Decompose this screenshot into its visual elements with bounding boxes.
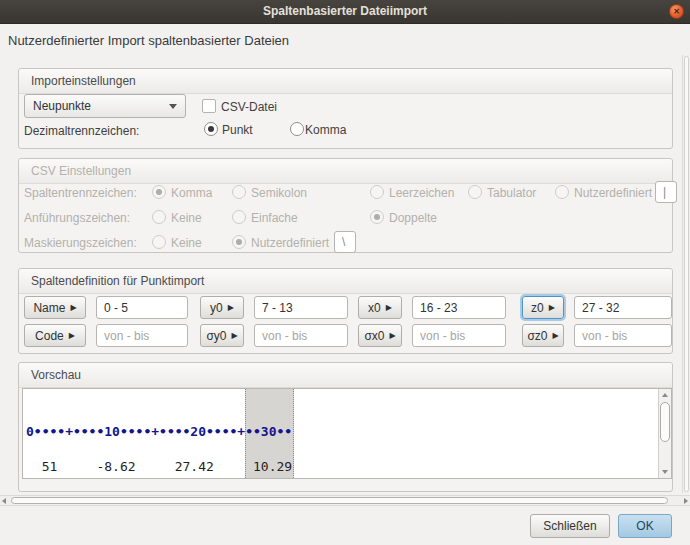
group-columns-title: Spaltendefinition für Punktimport (31, 269, 204, 293)
dialog-vscroll-thumb[interactable] (684, 56, 689, 492)
radio-quote-double-label: Doppelte (389, 211, 437, 225)
dialog-hscroll-thumb[interactable] (11, 497, 668, 504)
y0-range-field[interactable] (254, 296, 348, 319)
dialog-horizontal-scrollbar[interactable] (0, 495, 690, 506)
radio-sep-semicolon-label: Semikolon (251, 186, 307, 200)
group-csv-header: CSV Einstellungen (19, 159, 672, 184)
sep-custom-field (655, 181, 677, 203)
quote-label: Anführungszeichen: (24, 211, 130, 225)
window-title: Spaltenbasierter Dateiimport (0, 0, 690, 23)
radio-sep-space (370, 185, 384, 199)
radio-decimal-comma-label[interactable]: Komma (305, 123, 346, 137)
csv-file-checkbox[interactable] (202, 99, 216, 113)
sigma-y0-range-field[interactable] (254, 324, 348, 347)
column-separator-label: Spaltentrennzeichen: (24, 186, 137, 200)
group-csv-title: CSV Einstellungen (31, 159, 131, 183)
point-type-value: Neupunkte (33, 95, 91, 117)
sigma-y0-column-button[interactable]: σy0▶ (200, 324, 244, 347)
group-import-header: Importeinstellungen (19, 69, 672, 94)
radio-escape-custom-label: Nutzerdefiniert (251, 236, 329, 250)
group-import-title: Importeinstellungen (31, 69, 136, 93)
escape-label: Maskierungszeichen: (24, 236, 137, 250)
group-preview-title: Vorschau (31, 363, 81, 387)
group-preview-header: Vorschau (19, 363, 672, 388)
radio-quote-single (232, 210, 246, 224)
play-icon: ▶ (389, 331, 395, 340)
radio-sep-comma-label: Komma (171, 186, 212, 200)
radio-decimal-point-label[interactable]: Punkt (222, 123, 253, 137)
play-icon: ▶ (386, 303, 392, 312)
radio-escape-none (152, 235, 166, 249)
scroll-up-icon[interactable] (662, 393, 668, 397)
radio-sep-tab (468, 185, 482, 199)
radio-quote-single-label: Einfache (251, 211, 298, 225)
group-column-definition: Spaltendefinition für Punktimport Name▶ … (18, 268, 673, 354)
radio-quote-none-label: Keine (171, 211, 202, 225)
z0-column-button[interactable]: z0▶ (522, 296, 564, 319)
radio-sep-custom (555, 185, 569, 199)
radio-sep-custom-label: Nutzerdefiniert (574, 186, 652, 200)
code-range-field[interactable] (96, 324, 188, 347)
preview-scrollbar-thumb[interactable] (660, 402, 670, 442)
radio-quote-double (370, 210, 384, 224)
point-type-select[interactable]: Neupunkte (24, 94, 186, 118)
sigma-x0-range-field[interactable] (412, 324, 506, 347)
code-column-button[interactable]: Code▶ (24, 324, 86, 347)
preview-vertical-scrollbar[interactable] (658, 389, 671, 478)
preview-pane[interactable]: 0••••+••••10••••+••••20••••+••30•• 51 -8… (22, 388, 672, 479)
name-range-field[interactable] (96, 296, 188, 319)
titlebar: Spaltenbasierter Dateiimport ✕ (0, 0, 690, 24)
dialog-vertical-scrollbar[interactable] (682, 55, 690, 493)
play-icon: ▶ (552, 331, 558, 340)
column-import-dialog: Spaltenbasierter Dateiimport ✕ Nutzerdef… (0, 0, 690, 545)
radio-sep-tab-label: Tabulator (487, 186, 536, 200)
radio-sep-comma (152, 185, 166, 199)
radio-decimal-point[interactable] (204, 122, 218, 136)
group-csv-settings: CSV Einstellungen Spaltentrennzeichen: K… (18, 158, 673, 253)
preview-ruler: 0••••+••••10••••+••••20••••+••30•• (26, 426, 658, 438)
preview-line: 51 -8.62 27.42 10.29 (26, 461, 658, 473)
scroll-down-icon[interactable] (662, 470, 668, 474)
close-icon[interactable]: ✕ (669, 4, 684, 19)
group-import-settings: Importeinstellungen Neupunkte CSV-Datei … (18, 68, 673, 149)
group-preview: Vorschau 0••••+••••10••••+••••20••••+••3… (18, 362, 673, 492)
sigma-z0-range-field[interactable] (574, 324, 672, 347)
radio-quote-none (152, 210, 166, 224)
radio-sep-space-label: Leerzeichen (389, 186, 454, 200)
play-icon: ▶ (69, 331, 75, 340)
x0-range-field[interactable] (412, 296, 506, 319)
radio-decimal-comma[interactable] (290, 122, 304, 136)
scroll-right-icon[interactable] (684, 498, 688, 504)
csv-file-label[interactable]: CSV-Datei (221, 100, 277, 114)
play-icon: ▶ (231, 331, 237, 340)
radio-escape-custom (232, 235, 246, 249)
sigma-x0-column-button[interactable]: σx0▶ (358, 324, 402, 347)
preview-text: 0••••+••••10••••+••••20••••+••30•• 51 -8… (23, 389, 658, 478)
chevron-down-icon (169, 104, 177, 109)
play-icon: ▶ (549, 303, 555, 312)
radio-sep-semicolon (232, 185, 246, 199)
scroll-left-icon[interactable] (2, 498, 6, 504)
name-column-button[interactable]: Name▶ (24, 296, 86, 319)
sigma-z0-column-button[interactable]: σz0▶ (522, 324, 564, 347)
group-columns-header: Spaltendefinition für Punktimport (19, 269, 672, 294)
page-title: Nutzerdefinierter Import spaltenbasierte… (8, 33, 289, 48)
z0-range-field[interactable] (574, 296, 672, 319)
x0-column-button[interactable]: x0▶ (358, 296, 402, 319)
ok-button[interactable]: OK (618, 514, 672, 538)
decimal-separator-label: Dezimaltrennzeichen: (24, 124, 139, 138)
escape-custom-field (334, 231, 356, 253)
y0-column-button[interactable]: y0▶ (200, 296, 244, 319)
radio-escape-none-label: Keine (171, 236, 202, 250)
play-icon: ▶ (228, 303, 234, 312)
play-icon: ▶ (70, 303, 76, 312)
close-button[interactable]: Schließen (530, 514, 610, 538)
